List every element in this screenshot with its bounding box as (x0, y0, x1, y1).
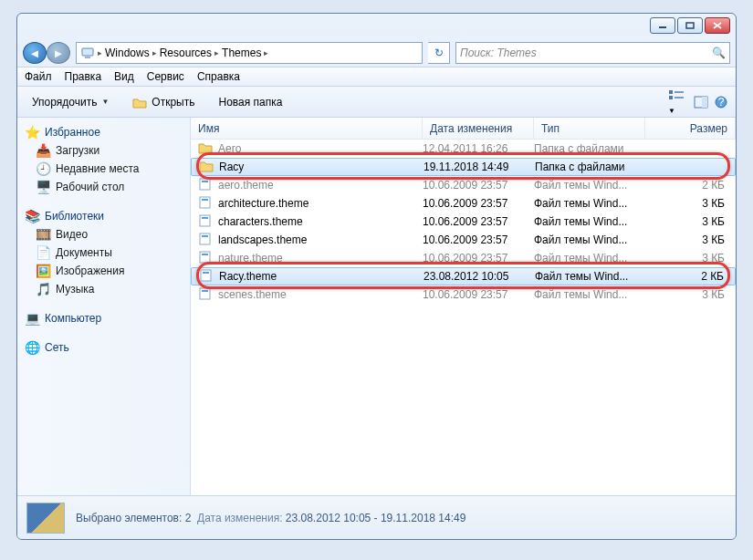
nav-computer[interactable]: 💻Компьютер (17, 309, 190, 327)
search-placeholder: Поиск: Themes (460, 47, 537, 59)
svg-rect-1 (686, 23, 694, 28)
svg-rect-18 (200, 233, 210, 244)
svg-text:?: ? (718, 96, 725, 109)
chevron-down-icon: ▼ (101, 98, 109, 106)
file-name: Aero (218, 142, 241, 155)
nav-music[interactable]: 🎵Музыка (17, 280, 190, 298)
close-button[interactable] (705, 17, 730, 34)
folder-icon (198, 141, 213, 156)
file-size: 2 КБ (645, 179, 736, 192)
search-icon: 🔍 (712, 47, 726, 59)
file-date: 10.06.2009 23:57 (423, 179, 534, 192)
search-input[interactable]: Поиск: Themes 🔍 (455, 42, 730, 64)
file-row[interactable]: nature.theme10.06.2009 23:57Файл темы Wi… (191, 249, 736, 267)
menubar: Файл Правка Вид Сервис Справка (17, 67, 736, 87)
nav-recent[interactable]: 🕘Недавние места (17, 160, 190, 178)
crumb-seg[interactable]: Windows (105, 47, 150, 59)
col-date[interactable]: Дата изменения (423, 118, 534, 139)
menu-file[interactable]: Файл (25, 70, 52, 83)
menu-tools[interactable]: Сервис (147, 70, 184, 83)
file-name: characters.theme (218, 215, 303, 228)
nav-pane: ⭐Избранное 📥Загрузки 🕘Недавние места 🖥️Р… (17, 118, 191, 495)
file-name: Racy (219, 161, 244, 173)
crumb-seg[interactable]: Themes (222, 47, 261, 59)
open-button[interactable]: Открыть (125, 93, 202, 111)
svg-rect-6 (675, 91, 684, 93)
file-row[interactable]: landscapes.theme10.06.2009 23:57Файл тем… (191, 231, 736, 249)
theme-file-icon (198, 287, 213, 302)
selection-thumbnail (26, 503, 65, 534)
chevron-right-icon: ▸ (98, 48, 102, 57)
crumb-seg[interactable]: Resources (160, 47, 212, 59)
toolbar: Упорядочить▼ Открыть Новая папка ▼ ? (17, 87, 736, 118)
menu-edit[interactable]: Правка (65, 70, 102, 83)
file-row[interactable]: aero.theme10.06.2009 23:57Файл темы Wind… (191, 176, 736, 194)
content-pane: Имя Дата изменения Тип Размер Aero12.04.… (191, 118, 736, 495)
file-size: 2 КБ (646, 270, 735, 283)
nav-desktop[interactable]: 🖥️Рабочий стол (17, 178, 190, 196)
file-type: Файл темы Wind... (534, 252, 645, 264)
back-button[interactable]: ◄ (23, 42, 47, 64)
svg-rect-9 (702, 97, 707, 108)
theme-file-icon (199, 269, 214, 284)
selection-count: Выбрано элементов: 2 (76, 512, 191, 524)
computer-icon: 💻 (25, 311, 39, 326)
menu-help[interactable]: Справка (197, 70, 240, 83)
new-folder-button[interactable]: Новая папка (211, 93, 289, 111)
help-button[interactable]: ? (714, 95, 728, 109)
nav-video[interactable]: 🎞️Видео (17, 225, 190, 244)
theme-file-icon (198, 178, 213, 192)
col-size[interactable]: Размер (645, 118, 736, 139)
titlebar (17, 14, 736, 39)
preview-pane-button[interactable] (694, 95, 708, 109)
svg-rect-3 (85, 57, 90, 58)
file-type: Файл темы Wind... (534, 179, 645, 192)
col-type[interactable]: Тип (534, 118, 645, 139)
svg-rect-12 (200, 179, 210, 190)
nav-libraries[interactable]: 📚Библиотеки (17, 207, 190, 225)
file-row[interactable]: Aero12.04.2011 16:26Папка с файлами (191, 140, 736, 158)
view-options-button[interactable]: ▼ (668, 88, 688, 116)
maximize-button[interactable] (677, 17, 703, 34)
svg-rect-16 (200, 215, 210, 226)
svg-rect-13 (202, 181, 208, 182)
file-type: Файл темы Wind... (535, 270, 646, 283)
svg-rect-19 (202, 235, 208, 237)
file-name: landscapes.theme (218, 233, 307, 246)
status-date-label: Дата изменения: (197, 512, 283, 524)
menu-view[interactable]: Вид (114, 70, 134, 83)
col-name[interactable]: Имя (191, 118, 423, 139)
pictures-icon: 🖼️ (36, 264, 50, 278)
svg-rect-15 (202, 199, 208, 201)
nav-downloads[interactable]: 📥Загрузки (17, 141, 190, 160)
file-row[interactable]: architecture.theme10.06.2009 23:57Файл т… (191, 194, 736, 213)
file-row[interactable]: scenes.theme10.06.2009 23:57Файл темы Wi… (191, 285, 736, 304)
minimize-button[interactable] (650, 17, 675, 34)
theme-file-icon (198, 251, 213, 265)
nav-network[interactable]: 🌐Сеть (17, 338, 190, 357)
nav-favorites[interactable]: ⭐Избранное (17, 123, 190, 141)
nav-documents[interactable]: 📄Документы (17, 244, 190, 262)
explorer-window: ◄ ► ▸ Windows▸ Resources▸ Themes▸ ↻ Поис… (16, 13, 737, 540)
svg-rect-17 (202, 217, 208, 219)
breadcrumb[interactable]: ▸ Windows▸ Resources▸ Themes▸ (76, 42, 423, 64)
file-type: Файл темы Wind... (534, 233, 645, 246)
theme-file-icon (198, 214, 213, 229)
column-headers: Имя Дата изменения Тип Размер (191, 118, 736, 140)
file-name: Racy.theme (219, 270, 277, 283)
star-icon: ⭐ (25, 125, 39, 140)
file-row[interactable]: characters.theme10.06.2009 23:57Файл тем… (191, 213, 736, 231)
organize-button[interactable]: Упорядочить▼ (25, 93, 116, 111)
file-name: nature.theme (218, 252, 283, 264)
file-row[interactable]: Racy19.11.2018 14:49Папка с файлами (191, 158, 736, 176)
file-date: 19.11.2018 14:49 (424, 161, 535, 173)
nav-pictures[interactable]: 🖼️Изображения (17, 262, 190, 280)
forward-button[interactable]: ► (47, 42, 70, 64)
refresh-button[interactable]: ↻ (428, 42, 450, 64)
computer-icon (80, 46, 95, 60)
svg-rect-20 (200, 252, 210, 263)
status-bar: Выбрано элементов: 2 Дата изменения: 23.… (17, 495, 736, 539)
video-icon: 🎞️ (36, 227, 50, 242)
file-row[interactable]: Racy.theme23.08.2012 10:05Файл темы Wind… (191, 267, 736, 285)
nav-row: ◄ ► ▸ Windows▸ Resources▸ Themes▸ ↻ Поис… (17, 39, 736, 67)
